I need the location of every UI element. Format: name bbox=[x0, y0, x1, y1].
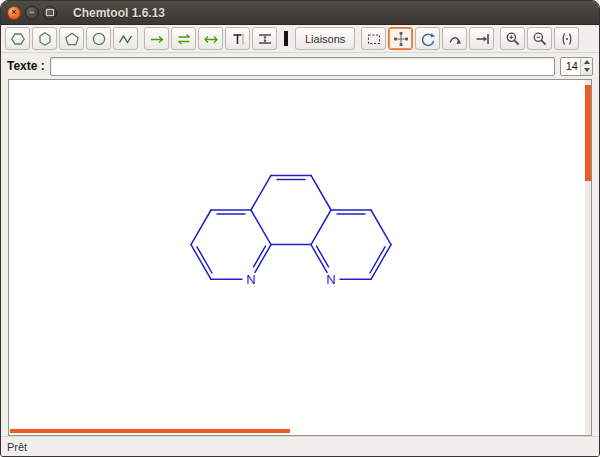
toolbar: Liaisons bbox=[1, 25, 599, 53]
select-tool-button[interactable] bbox=[361, 27, 386, 50]
status-text: Prêt bbox=[7, 441, 27, 453]
canvas-area: NN bbox=[8, 79, 592, 436]
font-size-value: 14 bbox=[561, 58, 580, 75]
close-button[interactable]: × bbox=[7, 6, 21, 20]
zoom-out-tool-button[interactable] bbox=[527, 27, 552, 50]
zigzag-bond-tool-button[interactable] bbox=[113, 27, 138, 50]
equilibrium-arrow-tool-button[interactable] bbox=[171, 27, 196, 50]
drawing-canvas[interactable]: NN bbox=[9, 80, 591, 435]
font-size-spinner[interactable]: 14 bbox=[560, 57, 593, 76]
zigzag-bond-icon bbox=[118, 31, 134, 47]
circle-ring-tool-button[interactable] bbox=[86, 27, 111, 50]
text-tool-icon bbox=[230, 31, 246, 47]
close-icon: × bbox=[11, 8, 16, 17]
flip-vertical-icon bbox=[474, 31, 490, 47]
pentagon-icon bbox=[64, 31, 80, 47]
double-arrow-tool-button[interactable] bbox=[198, 27, 223, 50]
text-input[interactable] bbox=[50, 57, 555, 76]
minimize-button[interactable]: − bbox=[25, 6, 39, 20]
equilibrium-arrow-icon bbox=[176, 31, 192, 47]
move-tool-button[interactable] bbox=[388, 27, 413, 50]
bracket-tool-button[interactable] bbox=[554, 27, 579, 50]
arrow-tool-button[interactable] bbox=[144, 27, 169, 50]
font-size-up-button[interactable] bbox=[581, 58, 592, 67]
arrow-down-icon bbox=[584, 68, 590, 72]
bonds-menu-label: Liaisons bbox=[305, 33, 345, 45]
rotate-icon bbox=[420, 31, 436, 47]
horizontal-scrollbar-thumb[interactable] bbox=[10, 429, 290, 433]
arrow-icon bbox=[149, 31, 165, 47]
pen-width-indicator bbox=[284, 31, 288, 46]
spline-arrows-icon bbox=[257, 31, 273, 47]
vertical-scrollbar-track[interactable] bbox=[585, 80, 591, 435]
window-title: Chemtool 1.6.13 bbox=[73, 6, 165, 20]
maximize-button[interactable] bbox=[43, 6, 57, 20]
circle-icon bbox=[91, 31, 107, 47]
move-icon bbox=[393, 31, 409, 47]
svg-text:N: N bbox=[246, 272, 255, 287]
zoom-in-icon bbox=[505, 31, 521, 47]
minimize-icon: − bbox=[29, 8, 34, 17]
hexagon-rotated-tool-button[interactable] bbox=[32, 27, 57, 50]
rotate-tool-button[interactable] bbox=[415, 27, 440, 50]
hexagon-icon bbox=[10, 31, 26, 47]
flip-horizontal-icon bbox=[447, 31, 463, 47]
selection-rect-icon bbox=[366, 31, 382, 47]
brackets-icon bbox=[559, 31, 575, 47]
title-bar[interactable]: × − Chemtool 1.6.13 bbox=[1, 1, 599, 25]
spline-arrows-tool-button[interactable] bbox=[252, 27, 277, 50]
text-tool-button[interactable] bbox=[225, 27, 250, 50]
bonds-menu-button[interactable]: Liaisons bbox=[295, 27, 355, 50]
vertical-scrollbar-thumb[interactable] bbox=[585, 85, 591, 181]
pentagon-tool-button[interactable] bbox=[59, 27, 84, 50]
font-size-down-button[interactable] bbox=[581, 66, 592, 75]
flip-horizontal-tool-button[interactable] bbox=[442, 27, 467, 50]
flip-vertical-tool-button[interactable] bbox=[469, 27, 494, 50]
text-label: Texte : bbox=[7, 59, 45, 73]
zoom-out-icon bbox=[532, 31, 548, 47]
zoom-in-tool-button[interactable] bbox=[500, 27, 525, 50]
arrow-up-icon bbox=[584, 60, 590, 64]
hexagon-rotated-icon bbox=[37, 31, 53, 47]
svg-text:N: N bbox=[326, 272, 335, 287]
status-bar: Prêt bbox=[1, 436, 599, 456]
text-row: Texte : 14 bbox=[1, 53, 599, 79]
hexagon-tool-button[interactable] bbox=[5, 27, 30, 50]
maximize-icon bbox=[46, 9, 54, 16]
chemtool-window: × − Chemtool 1.6.13 bbox=[0, 0, 600, 457]
double-arrow-icon bbox=[203, 31, 219, 47]
